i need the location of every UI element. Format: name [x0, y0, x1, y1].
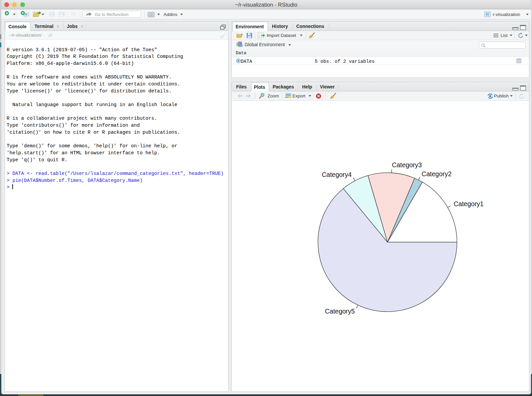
svg-text:Category5: Category5	[325, 308, 355, 315]
svg-text:R: R	[486, 12, 489, 17]
svg-text:Category2: Category2	[422, 170, 452, 178]
svg-text:Category1: Category1	[454, 200, 483, 207]
svg-text:Category3: Category3	[392, 161, 422, 169]
svg-text:R: R	[25, 12, 27, 16]
svg-text:Category4: Category4	[322, 171, 351, 178]
